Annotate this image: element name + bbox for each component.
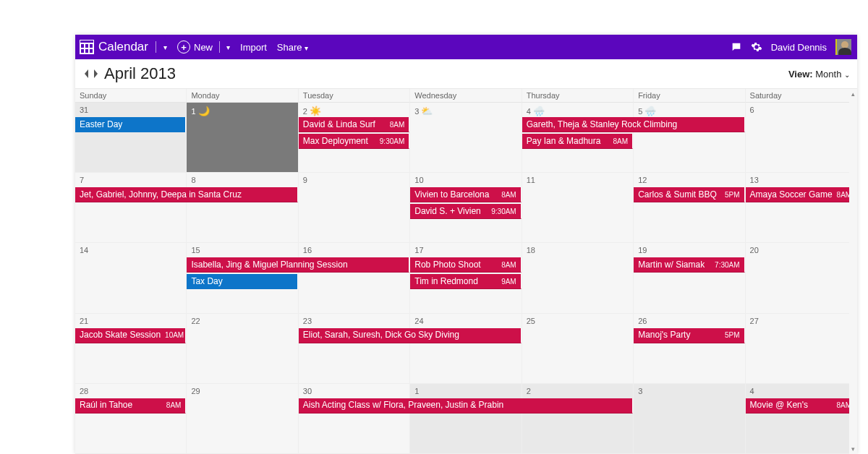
share-button[interactable]: Share ▾ bbox=[277, 42, 308, 53]
day-cell[interactable]: 23 bbox=[299, 314, 410, 384]
day-cell[interactable]: 20 bbox=[746, 243, 857, 313]
event[interactable]: Carlos & Sumit BBQ5PM bbox=[634, 187, 744, 202]
day-number: 19 bbox=[634, 243, 744, 257]
day-cell[interactable]: 9 bbox=[299, 173, 410, 243]
day-header: Thursday bbox=[522, 89, 634, 103]
day-cell[interactable]: 16 bbox=[299, 243, 410, 313]
calendar-grid: 311🌙2☀️3⛅4🌧️5🌧️6789101112131415161718192… bbox=[75, 103, 857, 454]
event[interactable]: Jacob Skate Session10AM bbox=[75, 328, 186, 343]
subheader: April 2013 View: Month ⌄ bbox=[75, 59, 857, 88]
day-number: 28 bbox=[75, 384, 186, 398]
event[interactable]: Jet, Gabriel, Johnny, Deepa in Santa Cru… bbox=[75, 187, 298, 202]
day-cell[interactable]: 31 bbox=[75, 103, 187, 173]
event[interactable]: Martin w/ Siamak7:30AM bbox=[634, 257, 744, 273]
day-cell[interactable]: 30 bbox=[299, 384, 410, 454]
event[interactable]: Easter Day bbox=[75, 117, 186, 132]
day-cell[interactable]: 3 bbox=[634, 384, 745, 454]
day-cell[interactable]: 14 bbox=[75, 243, 187, 313]
day-cell[interactable]: 27 bbox=[746, 314, 857, 384]
chat-icon[interactable] bbox=[731, 41, 742, 53]
day-number: 16 bbox=[299, 243, 409, 257]
day-cell[interactable]: 28 bbox=[75, 384, 187, 454]
event[interactable]: David S. + Vivien9:30AM bbox=[410, 204, 521, 219]
event-time: 10AM bbox=[165, 328, 184, 343]
event[interactable]: David & Linda Surf8AM bbox=[299, 117, 409, 132]
event[interactable]: Eliot, Sarah, Suresh, Dick Go Sky Diving bbox=[299, 328, 522, 343]
day-header: Tuesday bbox=[299, 89, 410, 103]
day-header: Sunday bbox=[75, 89, 187, 103]
day-cell[interactable]: 18 bbox=[522, 243, 634, 313]
divider bbox=[156, 41, 156, 53]
scrollbar[interactable]: ▴ ▾ bbox=[849, 89, 857, 454]
day-cell[interactable]: 22 bbox=[187, 314, 298, 384]
day-cell[interactable]: 2 bbox=[522, 384, 634, 454]
event[interactable]: Tax Day bbox=[187, 274, 297, 289]
day-cell[interactable]: 1 bbox=[410, 384, 522, 454]
day-cell[interactable]: 24 bbox=[410, 314, 522, 384]
day-cell[interactable]: 19 bbox=[634, 243, 745, 313]
event-title: Manoj's Party bbox=[638, 328, 690, 343]
day-cell[interactable]: 11 bbox=[522, 173, 634, 243]
event[interactable]: Rob Photo Shoot8AM bbox=[410, 257, 521, 273]
weather-icon: 🌧️ bbox=[644, 106, 656, 116]
event[interactable]: Aish Acting Class w/ Flora, Praveen, Jus… bbox=[299, 398, 633, 414]
chevron-down-icon[interactable]: ▾ bbox=[226, 43, 230, 51]
day-number: 9 bbox=[299, 173, 409, 187]
event[interactable]: Gareth, Theja & Stanley Rock Climbing bbox=[522, 117, 745, 132]
event-time: 9:30AM bbox=[491, 204, 516, 219]
view-selector[interactable]: View: Month ⌄ bbox=[788, 69, 850, 80]
day-cell[interactable]: 8 bbox=[187, 173, 298, 243]
day-number: 15 bbox=[187, 243, 297, 257]
day-cell[interactable]: 7 bbox=[75, 173, 187, 243]
weather-icon: ⛅ bbox=[421, 106, 433, 116]
user-name[interactable]: David Dennis bbox=[771, 42, 827, 53]
app-title[interactable]: Calendar bbox=[98, 40, 148, 54]
toolbar-right: David Dennis bbox=[731, 39, 857, 55]
day-cell[interactable]: 26 bbox=[634, 314, 745, 384]
chevron-down-icon[interactable]: ▾ bbox=[163, 43, 167, 51]
scroll-down-icon[interactable]: ▾ bbox=[849, 444, 857, 454]
gear-icon[interactable] bbox=[751, 41, 762, 53]
event[interactable]: Manoj's Party5PM bbox=[634, 328, 744, 343]
avatar[interactable] bbox=[835, 39, 851, 55]
event-title: Raúl in Tahoe bbox=[80, 398, 132, 414]
scroll-up-icon[interactable]: ▴ bbox=[849, 89, 857, 99]
event[interactable]: Isabella, Jing & Miguel Planning Session bbox=[187, 257, 409, 273]
event-title: Tax Day bbox=[191, 274, 222, 289]
event[interactable]: Tim in Redmond9AM bbox=[410, 274, 521, 289]
event-time: 5PM bbox=[725, 328, 740, 343]
day-cell[interactable]: 21 bbox=[75, 314, 187, 384]
event[interactable]: Max Deployment9:30AM bbox=[299, 134, 409, 149]
day-cell[interactable]: 4 bbox=[746, 384, 857, 454]
event[interactable]: Vivien to Barcelona8AM bbox=[410, 187, 521, 202]
event[interactable]: Pay Ian & Madhura8AM bbox=[522, 134, 633, 149]
day-header: Monday bbox=[187, 89, 298, 103]
new-button[interactable]: + New ▾ bbox=[177, 40, 230, 53]
event[interactable]: Movie @ Ken's8AM bbox=[746, 398, 856, 414]
import-button[interactable]: Import bbox=[240, 42, 267, 53]
event-title: Jacob Skate Session bbox=[80, 328, 161, 343]
day-header: Saturday bbox=[746, 89, 857, 103]
event[interactable]: Amaya Soccer Game8AM bbox=[746, 187, 856, 202]
day-cell[interactable]: 29 bbox=[187, 384, 298, 454]
day-cell[interactable]: 13 bbox=[746, 173, 857, 243]
day-cell[interactable]: 6 bbox=[746, 103, 857, 173]
event-title: Aish Acting Class w/ Flora, Praveen, Jus… bbox=[303, 398, 503, 414]
day-cell[interactable]: 3⛅ bbox=[410, 103, 522, 173]
event-title: Amaya Soccer Game bbox=[750, 187, 833, 202]
next-month-button[interactable] bbox=[91, 68, 100, 80]
day-cell[interactable]: 5🌧️ bbox=[634, 103, 745, 173]
event-title: Gareth, Theja & Stanley Rock Climbing bbox=[527, 117, 678, 132]
month-title: April 2013 bbox=[104, 64, 176, 83]
day-cell[interactable]: 12 bbox=[634, 173, 745, 243]
day-number: 8 bbox=[187, 173, 297, 187]
day-cell[interactable]: 1🌙 bbox=[187, 103, 298, 173]
day-number: 14 bbox=[75, 243, 186, 257]
toolbar: Calendar ▾ + New ▾ Import Share ▾ David … bbox=[75, 35, 857, 59]
prev-month-button[interactable] bbox=[82, 68, 91, 80]
event[interactable]: Raúl in Tahoe8AM bbox=[75, 398, 186, 414]
event-title: Tim in Redmond bbox=[414, 274, 478, 289]
event-title: Movie @ Ken's bbox=[750, 398, 809, 414]
calendar-icon bbox=[80, 40, 94, 54]
day-cell[interactable]: 25 bbox=[522, 314, 634, 384]
